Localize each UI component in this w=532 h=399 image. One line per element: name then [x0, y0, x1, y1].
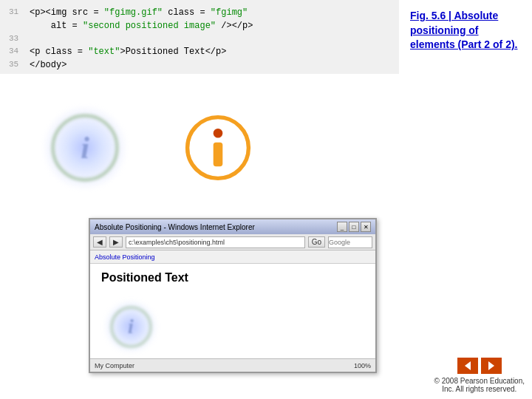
nav-forward-arrow[interactable]: [481, 358, 502, 374]
browser-statusbar: My Computer 100%: [90, 358, 375, 372]
code-content-31: <p><img src = "fgimg.gif" class = "fgimg…: [30, 6, 248, 19]
browser-content: Positioned Text i: [90, 264, 375, 357]
browser-controls[interactable]: _ □ ✕: [337, 222, 371, 232]
fuzzy-circle-icon: i: [44, 107, 126, 188]
code-line-33: 33: [9, 33, 390, 45]
browser-title: Absolute Positioning - Windows Internet …: [95, 223, 255, 231]
figure-title: Fig. 5.6 | Absolute positioning of eleme…: [410, 9, 525, 52]
browser-close-button[interactable]: ✕: [361, 222, 371, 232]
line-num-34: 34: [9, 45, 30, 58]
code-content-34: <p class = "text">Positioned Text</p>: [30, 45, 226, 58]
code-line-35: 35 </body>: [9, 58, 390, 72]
browser-maximize-button[interactable]: □: [349, 222, 359, 232]
browser-forward-button[interactable]: ▶: [109, 236, 123, 248]
code-content-35: </body>: [30, 58, 66, 72]
browser-address-input[interactable]: [126, 236, 305, 248]
small-fuzzy-i-letter: i: [128, 315, 134, 338]
browser-search-input[interactable]: [328, 236, 372, 248]
line-num-31: 31: [9, 6, 30, 19]
svg-marker-4: [488, 361, 494, 370]
fuzzy-i-letter: i: [81, 130, 89, 166]
line-num-33: 33: [9, 33, 30, 45]
browser-toolbar: ◀ ▶ Go: [90, 234, 375, 250]
browser-go-button[interactable]: Go: [308, 236, 325, 248]
browser-minimize-button[interactable]: _: [337, 222, 347, 232]
code-line-31b: alt = "second positioned image" /></p>: [9, 19, 390, 33]
main-image-area: i: [0, 74, 399, 222]
copyright-line1: © 2008 Pearson Education,: [434, 377, 525, 385]
browser-titlebar: Absolute Positioning - Windows Internet …: [90, 219, 375, 234]
line-num-31b: [9, 19, 30, 33]
code-line-31: 31 <p><img src = "fgimg.gif" class = "fg…: [9, 6, 390, 19]
browser-back-button[interactable]: ◀: [93, 236, 106, 248]
footer: © 2008 Pearson Education, Inc. All right…: [434, 358, 525, 393]
right-panel: Fig. 5.6 | Absolute positioning of eleme…: [403, 0, 532, 362]
browser-bookmarks: Absolute Positioning: [90, 250, 375, 264]
code-block: 31 <p><img src = "fgimg.gif" class = "fg…: [0, 0, 399, 74]
copyright-line2: Inc. All rights reserved.: [434, 385, 525, 393]
svg-point-1: [214, 129, 223, 138]
nav-arrows[interactable]: [434, 358, 525, 374]
svg-marker-3: [465, 361, 471, 370]
browser-status-left: My Computer: [95, 362, 134, 369]
browser-window: Absolute Positioning - Windows Internet …: [89, 218, 377, 373]
browser-bookmark-item[interactable]: Absolute Positioning: [95, 253, 155, 261]
nav-back-arrow[interactable]: [457, 358, 478, 374]
info-icon: [185, 115, 251, 181]
line-num-35: 35: [9, 58, 30, 72]
code-content-31b: alt = "second positioned image" /></p>: [30, 19, 253, 33]
browser-status-right: 100%: [354, 362, 371, 369]
positioned-text: Positioned Text: [101, 271, 364, 284]
code-line-34: 34 <p class = "text">Positioned Text</p>: [9, 45, 390, 58]
small-fuzzy-circle: i: [105, 301, 157, 352]
svg-rect-2: [214, 143, 223, 166]
